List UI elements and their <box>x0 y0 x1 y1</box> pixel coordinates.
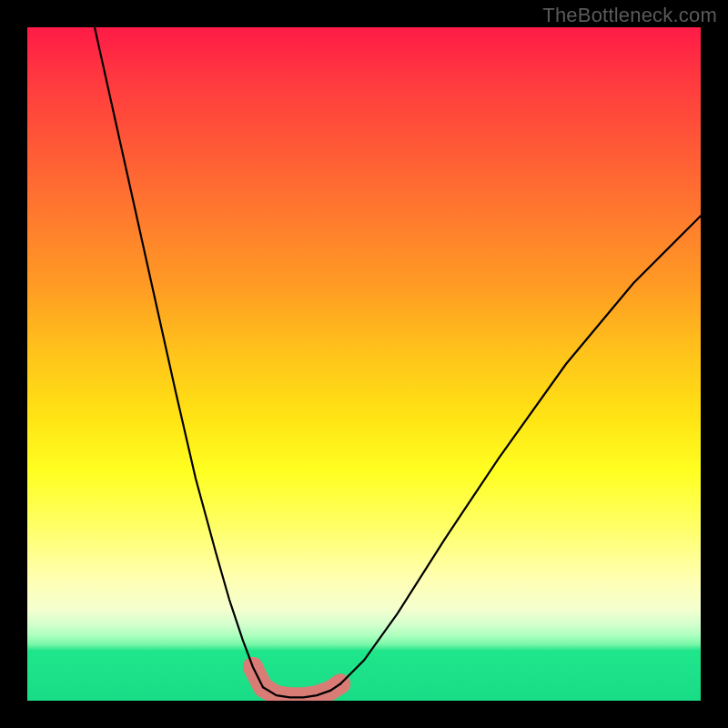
plot-area <box>27 27 701 701</box>
chart-frame: TheBottleneck.com <box>0 0 728 728</box>
watermark-text: TheBottleneck.com <box>542 4 717 27</box>
curve-right-ascent <box>340 216 701 683</box>
curve-left-descent <box>95 27 263 687</box>
curve-layer <box>27 27 701 701</box>
